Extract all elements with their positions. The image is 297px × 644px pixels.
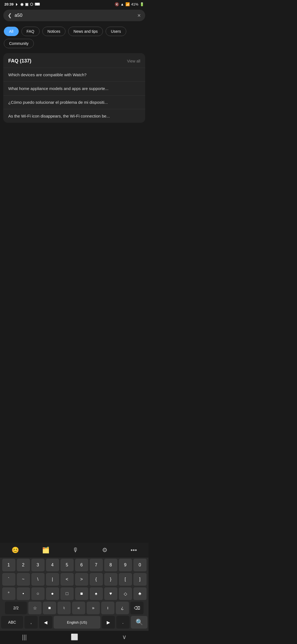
keyboard-icon: ⌨ (35, 2, 40, 6)
chip-community[interactable]: Community (4, 39, 34, 48)
faq-section: FAQ (137) View all Which devices are com… (3, 53, 145, 123)
chip-news[interactable]: News and tips (68, 27, 103, 36)
faq-item-2[interactable]: What home appliance models and apps are … (3, 81, 145, 95)
battery-text: 41% (131, 2, 138, 6)
spotify-icon: ⏵ (15, 2, 19, 6)
battery-icon: 🔋 (140, 2, 144, 6)
search-bar[interactable]: ❮ ✕ (3, 10, 145, 21)
signal-icon: 📶 (125, 2, 130, 6)
whatsapp-icon: ◉ (20, 2, 23, 6)
faq-header: FAQ (137) View all (3, 58, 145, 68)
chip-all[interactable]: All (4, 27, 19, 36)
status-right: 🔇 ▲ 📶 41% 🔋 (115, 2, 144, 6)
status-bar: 20:39 ⏵ ◉ ▣ ⬡ ⌨ 🔇 ▲ 📶 41% 🔋 (0, 0, 148, 7)
filter-chips: All FAQ Notices News and tips Users Comm… (0, 23, 148, 50)
back-icon[interactable]: ❮ (8, 12, 12, 18)
view-all-button[interactable]: View all (127, 59, 140, 63)
faq-item-4[interactable]: As the Wi-Fi icon disappears, the Wi-Fi … (3, 109, 145, 123)
faq-item-1[interactable]: Which devices are compatible with Watch? (3, 68, 145, 81)
wifi-icon: ▲ (120, 2, 124, 6)
status-left: 20:39 ⏵ ◉ ▣ ⬡ ⌨ (4, 2, 40, 6)
chip-faq[interactable]: FAQ (21, 27, 40, 36)
clear-icon[interactable]: ✕ (137, 13, 141, 18)
chip-users[interactable]: Users (106, 27, 126, 36)
faq-title: FAQ (137) (8, 58, 31, 64)
mute-icon: 🔇 (115, 2, 119, 6)
line-icon: ▣ (25, 2, 28, 6)
instagram-icon: ⬡ (30, 2, 33, 6)
chip-notices[interactable]: Notices (42, 27, 66, 36)
faq-item-3[interactable]: ¿Cómo puedo solucionar el problema de mi… (3, 95, 145, 109)
search-input[interactable] (15, 13, 134, 18)
time-display: 20:39 (4, 2, 13, 6)
